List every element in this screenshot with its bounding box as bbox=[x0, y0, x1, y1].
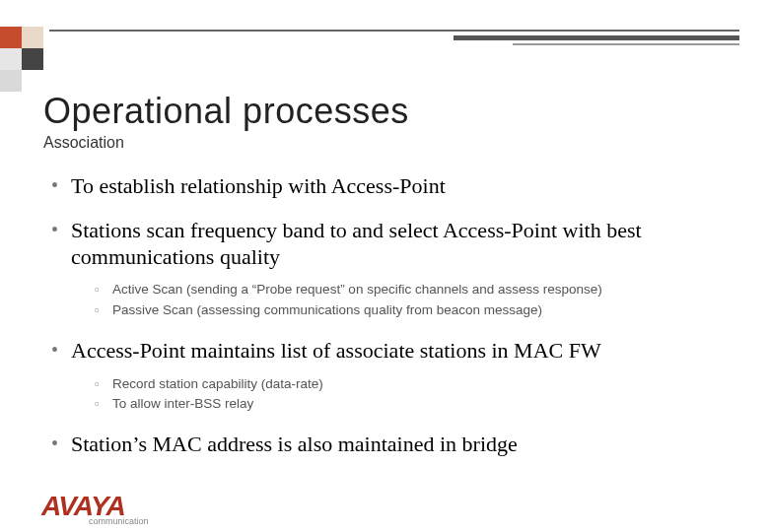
decor-square bbox=[22, 27, 43, 48]
sub-bullet-item: Active Scan (sending a “Probe request” o… bbox=[95, 280, 734, 299]
logo-wordmark: AVAYA bbox=[41, 494, 125, 518]
decor-line bbox=[454, 35, 739, 40]
decor-line bbox=[49, 30, 739, 32]
sub-bullet-item: Passive Scan (assessing communications q… bbox=[95, 300, 734, 320]
decor-square bbox=[0, 48, 22, 70]
bullet-item: Access-Point maintains list of associate… bbox=[51, 338, 734, 414]
sub-bullet-item: Record station capability (data-rate) bbox=[95, 374, 734, 394]
sub-bullet-list: Record station capability (data-rate) To… bbox=[71, 374, 734, 415]
bullet-list: To establish relationship with Access-Po… bbox=[43, 173, 734, 458]
decor-square bbox=[22, 48, 43, 70]
decor-square bbox=[0, 27, 22, 48]
slide-content: Operational processes Association To est… bbox=[43, 91, 734, 476]
logo-tagline: communication bbox=[89, 516, 149, 526]
slide-subtitle: Association bbox=[43, 134, 734, 152]
bullet-text: To establish relationship with Access-Po… bbox=[71, 173, 446, 198]
sub-bullet-list: Active Scan (sending a “Probe request” o… bbox=[71, 280, 734, 320]
sub-bullet-item: To allow inter-BSS relay bbox=[95, 394, 734, 414]
decor-square bbox=[0, 70, 22, 92]
bullet-item: To establish relationship with Access-Po… bbox=[51, 173, 734, 200]
slide-title: Operational processes bbox=[43, 91, 734, 132]
brand-logo: AVAYA communication bbox=[41, 494, 149, 526]
bullet-text: Access-Point maintains list of associate… bbox=[71, 338, 601, 363]
bullet-item: Station’s MAC address is also maintained… bbox=[51, 432, 734, 458]
bullet-text: Stations scan frequency band to and sele… bbox=[71, 218, 642, 269]
bullet-item: Stations scan frequency band to and sele… bbox=[51, 218, 734, 320]
header-decoration bbox=[0, 0, 769, 59]
bullet-text: Station’s MAC address is also maintained… bbox=[71, 432, 518, 456]
decor-line bbox=[513, 43, 739, 45]
